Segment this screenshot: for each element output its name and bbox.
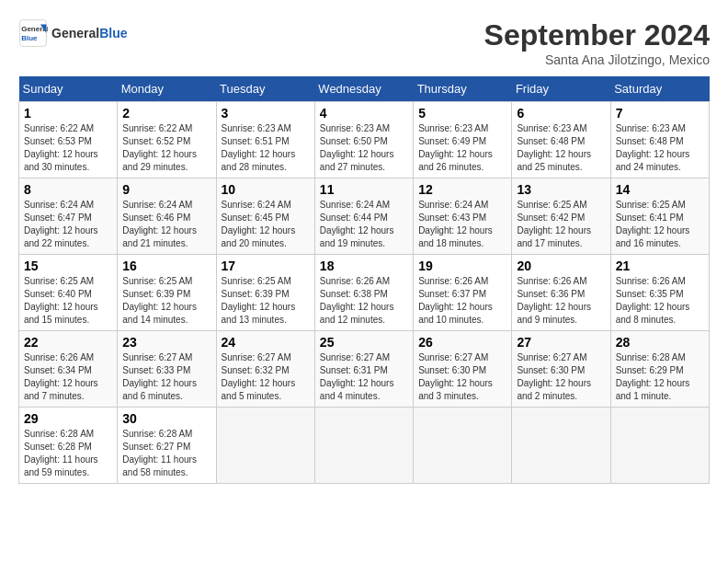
svg-text:Blue: Blue <box>21 34 38 42</box>
calendar-cell: 18Sunrise: 6:26 AMSunset: 6:38 PMDayligh… <box>314 255 413 331</box>
day-number: 25 <box>320 335 408 350</box>
day-info: Sunrise: 6:25 AMSunset: 6:40 PMDaylight:… <box>24 275 112 327</box>
day-info: Sunrise: 6:28 AMSunset: 6:29 PMDaylight:… <box>616 351 704 403</box>
calendar-cell: 11Sunrise: 6:24 AMSunset: 6:44 PMDayligh… <box>314 178 413 255</box>
calendar-week-row: 8Sunrise: 6:24 AMSunset: 6:47 PMDaylight… <box>19 178 710 255</box>
calendar-cell: 29Sunrise: 6:28 AMSunset: 6:28 PMDayligh… <box>19 408 118 484</box>
calendar-cell: 13Sunrise: 6:25 AMSunset: 6:42 PMDayligh… <box>512 178 610 255</box>
day-info: Sunrise: 6:26 AMSunset: 6:35 PMDaylight:… <box>616 275 704 327</box>
calendar-week-row: 29Sunrise: 6:28 AMSunset: 6:28 PMDayligh… <box>19 408 710 484</box>
day-info: Sunrise: 6:26 AMSunset: 6:36 PMDaylight:… <box>517 275 605 327</box>
calendar-cell: 17Sunrise: 6:25 AMSunset: 6:39 PMDayligh… <box>216 255 314 331</box>
calendar-cell: 21Sunrise: 6:26 AMSunset: 6:35 PMDayligh… <box>610 255 709 331</box>
day-info: Sunrise: 6:27 AMSunset: 6:31 PMDaylight:… <box>320 351 408 403</box>
month-title: September 2024 <box>484 18 710 52</box>
day-info: Sunrise: 6:23 AMSunset: 6:50 PMDaylight:… <box>320 122 408 174</box>
calendar-cell <box>414 408 512 484</box>
day-number: 6 <box>517 106 605 121</box>
day-info: Sunrise: 6:23 AMSunset: 6:49 PMDaylight:… <box>418 122 506 174</box>
logo-icon: General Blue <box>18 18 48 48</box>
logo-text: GeneralBlue <box>51 26 127 40</box>
day-number: 8 <box>24 182 112 197</box>
day-info: Sunrise: 6:28 AMSunset: 6:27 PMDaylight:… <box>122 428 210 479</box>
weekday-header-wednesday: Wednesday <box>314 76 413 102</box>
weekday-header-friday: Friday <box>512 76 610 102</box>
day-info: Sunrise: 6:24 AMSunset: 6:44 PMDaylight:… <box>320 199 408 250</box>
day-info: Sunrise: 6:25 AMSunset: 6:39 PMDaylight:… <box>222 275 310 327</box>
day-number: 9 <box>122 182 210 197</box>
day-number: 19 <box>418 259 506 273</box>
calendar-cell: 28Sunrise: 6:28 AMSunset: 6:29 PMDayligh… <box>610 331 709 408</box>
day-info: Sunrise: 6:23 AMSunset: 6:51 PMDaylight:… <box>222 122 310 174</box>
day-number: 5 <box>418 106 506 121</box>
day-number: 3 <box>222 106 310 121</box>
calendar-week-row: 1Sunrise: 6:22 AMSunset: 6:53 PMDaylight… <box>19 102 710 178</box>
page-header: General Blue GeneralBlue September 2024 … <box>18 18 710 67</box>
day-number: 21 <box>616 259 704 273</box>
day-number: 11 <box>320 182 408 197</box>
day-number: 30 <box>122 411 210 426</box>
title-block: September 2024 Santa Ana Jilotzingo, Mex… <box>484 18 710 67</box>
day-number: 15 <box>24 259 112 273</box>
calendar-cell: 16Sunrise: 6:25 AMSunset: 6:39 PMDayligh… <box>118 255 216 331</box>
day-info: Sunrise: 6:24 AMSunset: 6:43 PMDaylight:… <box>418 199 506 250</box>
day-info: Sunrise: 6:24 AMSunset: 6:47 PMDaylight:… <box>24 199 112 250</box>
day-info: Sunrise: 6:23 AMSunset: 6:48 PMDaylight:… <box>616 122 704 174</box>
day-info: Sunrise: 6:27 AMSunset: 6:30 PMDaylight:… <box>418 351 506 403</box>
calendar-cell <box>314 408 413 484</box>
calendar-table: SundayMondayTuesdayWednesdayThursdayFrid… <box>18 76 710 484</box>
day-number: 28 <box>616 335 704 350</box>
day-info: Sunrise: 6:25 AMSunset: 6:42 PMDaylight:… <box>517 199 605 250</box>
calendar-cell: 12Sunrise: 6:24 AMSunset: 6:43 PMDayligh… <box>414 178 512 255</box>
day-info: Sunrise: 6:24 AMSunset: 6:45 PMDaylight:… <box>222 199 310 250</box>
calendar-cell: 26Sunrise: 6:27 AMSunset: 6:30 PMDayligh… <box>414 331 512 408</box>
day-number: 26 <box>418 335 506 350</box>
calendar-cell: 5Sunrise: 6:23 AMSunset: 6:49 PMDaylight… <box>414 102 512 178</box>
weekday-header-thursday: Thursday <box>414 76 512 102</box>
calendar-cell: 9Sunrise: 6:24 AMSunset: 6:46 PMDaylight… <box>118 178 216 255</box>
calendar-cell <box>216 408 314 484</box>
calendar-cell: 14Sunrise: 6:25 AMSunset: 6:41 PMDayligh… <box>610 178 709 255</box>
day-number: 4 <box>320 106 408 121</box>
day-info: Sunrise: 6:27 AMSunset: 6:32 PMDaylight:… <box>222 351 310 403</box>
day-number: 1 <box>24 106 112 121</box>
calendar-cell <box>512 408 610 484</box>
day-number: 12 <box>418 182 506 197</box>
calendar-cell: 15Sunrise: 6:25 AMSunset: 6:40 PMDayligh… <box>19 255 118 331</box>
weekday-header-tuesday: Tuesday <box>216 76 314 102</box>
calendar-cell: 2Sunrise: 6:22 AMSunset: 6:52 PMDaylight… <box>118 102 216 178</box>
day-number: 17 <box>222 259 310 273</box>
day-number: 16 <box>122 259 210 273</box>
day-info: Sunrise: 6:23 AMSunset: 6:48 PMDaylight:… <box>517 122 605 174</box>
calendar-cell: 1Sunrise: 6:22 AMSunset: 6:53 PMDaylight… <box>19 102 118 178</box>
day-number: 13 <box>517 182 605 197</box>
calendar-cell: 8Sunrise: 6:24 AMSunset: 6:47 PMDaylight… <box>19 178 118 255</box>
calendar-cell: 27Sunrise: 6:27 AMSunset: 6:30 PMDayligh… <box>512 331 610 408</box>
day-number: 18 <box>320 259 408 273</box>
day-number: 2 <box>122 106 210 121</box>
day-info: Sunrise: 6:25 AMSunset: 6:39 PMDaylight:… <box>122 275 210 327</box>
day-info: Sunrise: 6:27 AMSunset: 6:30 PMDaylight:… <box>517 351 605 403</box>
day-info: Sunrise: 6:25 AMSunset: 6:41 PMDaylight:… <box>616 199 704 250</box>
day-number: 10 <box>222 182 310 197</box>
calendar-cell: 30Sunrise: 6:28 AMSunset: 6:27 PMDayligh… <box>118 408 216 484</box>
day-number: 22 <box>24 335 112 350</box>
calendar-cell: 25Sunrise: 6:27 AMSunset: 6:31 PMDayligh… <box>314 331 413 408</box>
calendar-cell: 3Sunrise: 6:23 AMSunset: 6:51 PMDaylight… <box>216 102 314 178</box>
day-info: Sunrise: 6:26 AMSunset: 6:37 PMDaylight:… <box>418 275 506 327</box>
logo: General Blue GeneralBlue <box>18 18 127 48</box>
calendar-cell: 10Sunrise: 6:24 AMSunset: 6:45 PMDayligh… <box>216 178 314 255</box>
day-number: 27 <box>517 335 605 350</box>
weekday-header-saturday: Saturday <box>610 76 709 102</box>
day-number: 29 <box>24 411 112 426</box>
calendar-cell: 19Sunrise: 6:26 AMSunset: 6:37 PMDayligh… <box>414 255 512 331</box>
weekday-header-row: SundayMondayTuesdayWednesdayThursdayFrid… <box>19 76 710 102</box>
weekday-header-sunday: Sunday <box>19 76 118 102</box>
calendar-cell: 7Sunrise: 6:23 AMSunset: 6:48 PMDaylight… <box>610 102 709 178</box>
day-number: 23 <box>122 335 210 350</box>
day-info: Sunrise: 6:26 AMSunset: 6:34 PMDaylight:… <box>24 351 112 403</box>
calendar-cell: 4Sunrise: 6:23 AMSunset: 6:50 PMDaylight… <box>314 102 413 178</box>
calendar-cell: 6Sunrise: 6:23 AMSunset: 6:48 PMDaylight… <box>512 102 610 178</box>
day-info: Sunrise: 6:26 AMSunset: 6:38 PMDaylight:… <box>320 275 408 327</box>
calendar-cell: 23Sunrise: 6:27 AMSunset: 6:33 PMDayligh… <box>118 331 216 408</box>
